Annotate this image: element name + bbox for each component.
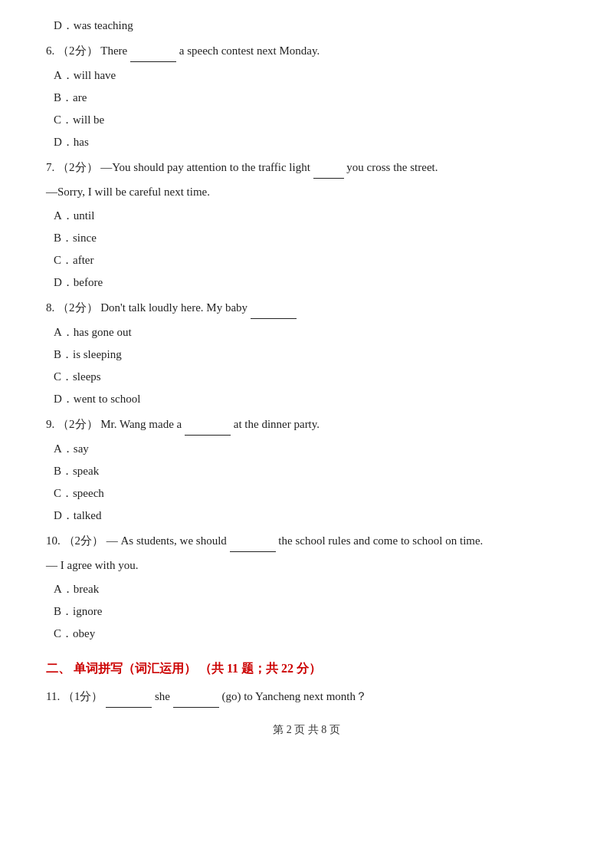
q7-stem: 7. （2分） —You should pay attention to the… — [46, 157, 567, 179]
q7-sub: —Sorry, I will be careful next time. — [46, 182, 567, 202]
q9-option-b-text: B．speak — [54, 465, 99, 477]
q8-option-a: A．has gone out — [54, 322, 567, 343]
question-6: 6. （2分） There a speech contest next Mond… — [46, 41, 567, 153]
q10-option-b-text: B．ignore — [54, 605, 102, 617]
q8-option-b: B．is sleeping — [54, 344, 567, 365]
q8-option-d-text: D．went to school — [54, 393, 140, 405]
q7-option-c-text: C．after — [54, 254, 93, 266]
q9-blank — [185, 414, 231, 436]
q10-option-b: B．ignore — [54, 601, 567, 622]
q9-score: （2分） — [57, 418, 98, 430]
q6-option-a: A．will have — [54, 65, 567, 86]
q10-option-c-text: C．obey — [54, 627, 95, 639]
q10-option-c: C．obey — [54, 623, 567, 644]
q7-option-a: A．until — [54, 205, 567, 226]
q10-blank — [230, 531, 276, 552]
q6-score: （2分） — [57, 44, 98, 57]
q8-blank — [251, 298, 297, 319]
q6-text-after: a speech contest next Monday. — [179, 44, 320, 57]
q6-option-c: C．will be — [54, 110, 567, 130]
q9-text-before: Mr. Wang made a — [100, 418, 182, 430]
q9-option-b: B．speak — [54, 461, 567, 482]
q11-text-after: (go) to Yancheng next month？ — [221, 690, 367, 702]
q10-score: （2分） — [64, 534, 104, 547]
q11-text-mid: she — [155, 690, 170, 702]
q7-option-d: D．before — [54, 272, 567, 293]
q10-sub-text: — I agree with you. — [46, 559, 138, 571]
section2-label: 二、 — [46, 662, 70, 675]
q8-option-a-text: A．has gone out — [54, 326, 132, 338]
q11-number: 11. — [46, 690, 60, 702]
q7-text-before: —You should pay attention to the traffic… — [100, 161, 310, 173]
q11-score: （1分） — [63, 690, 103, 702]
q7-option-c: C．after — [54, 250, 567, 271]
page-footer: 第 2 页 共 8 页 — [46, 720, 567, 739]
q6-blank — [130, 41, 176, 62]
q7-blank — [313, 157, 344, 179]
question-9: 9. （2分） Mr. Wang made a at the dinner pa… — [46, 414, 567, 526]
question-11: 11. （1分） she (go) to Yancheng next month… — [46, 686, 567, 708]
q8-option-c-text: C．sleeps — [54, 370, 101, 383]
section2-title: 单词拼写（词汇运用） — [74, 662, 196, 675]
q9-option-d: D．talked — [54, 505, 567, 526]
q9-option-a: A．say — [54, 439, 567, 459]
q8-option-c: C．sleeps — [54, 367, 567, 387]
q8-score: （2分） — [57, 301, 98, 314]
q10-sub: — I agree with you. — [46, 555, 567, 576]
q6-stem: 6. （2分） There a speech contest next Mond… — [46, 41, 567, 62]
q10-stem: 10. （2分） — As students, we should the sc… — [46, 531, 567, 552]
q7-option-b-text: B．since — [54, 232, 97, 244]
q10-number: 10. — [46, 534, 61, 547]
q7-sub-text: —Sorry, I will be careful next time. — [46, 186, 210, 198]
q8-stem: 8. （2分） Don't talk loudly here. My baby — [46, 298, 567, 319]
q6-option-c-text: C．will be — [54, 113, 104, 126]
q8-text-before: Don't talk loudly here. My baby — [100, 301, 247, 314]
q10-text-before: — As students, we should — [107, 534, 227, 547]
q9-text-after: at the dinner party. — [234, 418, 320, 430]
q8-option-b-text: B．is sleeping — [54, 348, 122, 360]
q8-option-d: D．went to school — [54, 389, 567, 409]
prev-option-block: D．was teaching — [46, 15, 567, 36]
q10-option-a-text: A．break — [54, 583, 99, 595]
section2-header: 二、 单词拼写（词汇运用） （共 11 题；共 22 分） — [46, 658, 567, 680]
q7-option-b: B．since — [54, 228, 567, 248]
q6-number: 6. — [46, 44, 54, 57]
question-8: 8. （2分） Don't talk loudly here. My baby … — [46, 298, 567, 409]
prev-option-d-text: D．was teaching — [54, 19, 133, 31]
q6-option-b: B．are — [54, 87, 567, 108]
prev-option-d: D．was teaching — [54, 15, 567, 36]
q9-number: 9. — [46, 418, 54, 430]
q11-blank2 — [173, 686, 219, 708]
q6-option-d: D．has — [54, 132, 567, 153]
q9-option-c: C．speech — [54, 483, 567, 504]
q7-number: 7. — [46, 161, 54, 173]
q7-text-after: you cross the street. — [346, 161, 438, 173]
question-10: 10. （2分） — As students, we should the sc… — [46, 531, 567, 644]
q9-stem: 9. （2分） Mr. Wang made a at the dinner pa… — [46, 414, 567, 436]
q10-option-a: A．break — [54, 579, 567, 600]
q9-option-c-text: C．speech — [54, 487, 104, 499]
q10-text-after: the school rules and come to school on t… — [278, 534, 483, 547]
q6-option-d-text: D．has — [54, 136, 89, 148]
q6-option-b-text: B．are — [54, 91, 87, 104]
q6-option-a-text: A．will have — [54, 69, 116, 81]
question-7: 7. （2分） —You should pay attention to the… — [46, 157, 567, 293]
section2-info: （共 11 题；共 22 分） — [199, 662, 321, 675]
q9-option-d-text: D．talked — [54, 509, 101, 521]
q11-stem: 11. （1分） she (go) to Yancheng next month… — [46, 686, 567, 708]
q9-option-a-text: A．say — [54, 442, 89, 455]
q7-option-a-text: A．until — [54, 209, 94, 222]
q7-option-d-text: D．before — [54, 276, 103, 288]
q11-blank1 — [106, 686, 152, 708]
q7-score: （2分） — [57, 161, 98, 173]
footer-text: 第 2 页 共 8 页 — [273, 724, 340, 735]
q6-text-before: There — [100, 44, 127, 57]
q8-number: 8. — [46, 301, 54, 314]
